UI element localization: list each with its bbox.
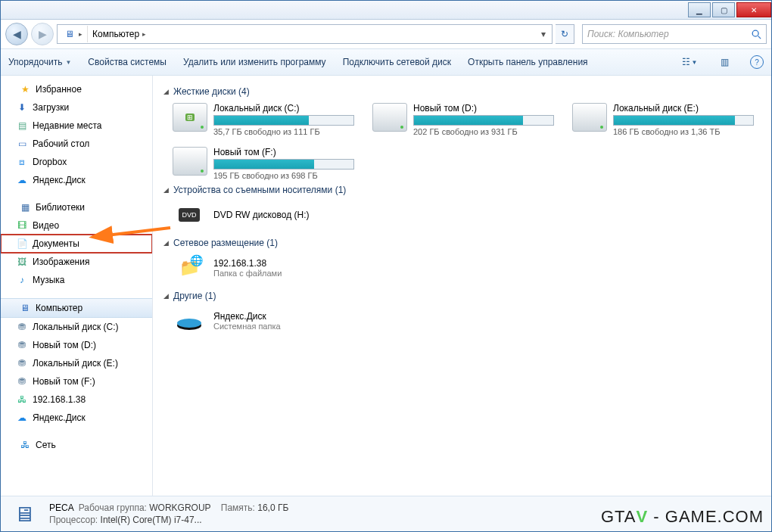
- sidebar-item-downloads[interactable]: ⬇Загрузки: [1, 98, 152, 117]
- drive-name: Новый том (F:): [213, 147, 354, 157]
- sidebar-item-recent[interactable]: ▤Недавние места: [1, 117, 152, 135]
- netloc-sub: Папка с файлами: [213, 269, 282, 278]
- cloud-icon: ☁: [16, 174, 28, 186]
- category-hdd[interactable]: ◢Жесткие диски (4): [163, 86, 761, 97]
- net-location[interactable]: 📁🌐 192.168.1.38Папка с файлами: [173, 254, 761, 282]
- drive-stat: 186 ГБ свободно из 1,36 ТБ: [613, 127, 754, 136]
- drive-e[interactable]: Локальный диск (E:)186 ГБ свободно из 1,…: [572, 103, 754, 136]
- sidebar-item-documents[interactable]: 📄Документы: [1, 235, 152, 253]
- nav-row: ◀ ▶ 🖥▸ Компьютер ▸ ▾ ↻ Поиск: Компьютер: [1, 20, 771, 49]
- uninstall-button[interactable]: Удалить или изменить программу: [183, 57, 326, 67]
- body: ★Избранное ⬇Загрузки ▤Недавние места ▭Ра…: [1, 76, 771, 496]
- netfolder-icon: 📁🌐: [173, 254, 206, 282]
- address-root[interactable]: 🖥▸: [59, 26, 87, 42]
- titlebar: ▁ ▢ ✕: [1, 1, 771, 20]
- libraries-header[interactable]: ▦Библиотеки: [1, 198, 152, 216]
- drive-bar: [413, 115, 554, 126]
- address-drop-icon[interactable]: ▾: [537, 29, 550, 39]
- watermark: GTAV - GAME.COM: [601, 507, 764, 527]
- drive-name: Локальный диск (C:): [213, 103, 354, 114]
- hdd-list: ⊞ Локальный диск (C:)35,7 ГБ свободно из…: [173, 103, 761, 180]
- forward-button[interactable]: ▶: [31, 23, 54, 45]
- back-button[interactable]: ◀: [5, 23, 28, 45]
- sidebar-item-c[interactable]: ⛃Локальный диск (C:): [1, 318, 152, 336]
- search-icon: [751, 29, 761, 39]
- category-removable[interactable]: ◢Устройства со съемными носителями (1): [163, 185, 761, 195]
- category-other[interactable]: ◢Другие (1): [163, 291, 761, 301]
- star-icon: ★: [19, 83, 31, 95]
- desktop-icon: ▭: [16, 138, 28, 150]
- drive-icon: [173, 147, 207, 176]
- status-icon: 🖥: [10, 502, 39, 526]
- network-icon: 🖧: [19, 439, 31, 451]
- drive-c[interactable]: ⊞ Локальный диск (C:)35,7 ГБ свободно из…: [173, 103, 354, 136]
- cpu: Intel(R) Core(TM) i7-47...: [101, 515, 202, 525]
- cpu-label: Процессор:: [49, 515, 98, 525]
- sidebar-item-e[interactable]: ⛃Локальный диск (E:): [1, 354, 152, 372]
- address-segment-0[interactable]: Компьютер ▸: [87, 26, 151, 42]
- drive-bar: [213, 159, 354, 170]
- search-input[interactable]: Поиск: Компьютер: [582, 24, 767, 44]
- address-segment-label: Компьютер: [92, 29, 139, 39]
- document-icon: 📄: [16, 238, 28, 250]
- workgroup-label: Рабочая группа:: [79, 502, 147, 513]
- cloud-icon: ☁: [16, 412, 28, 424]
- favorites-header[interactable]: ★Избранное: [1, 80, 152, 98]
- window: ▁ ▢ ✕ ◀ ▶ 🖥▸ Компьютер ▸ ▾ ↻ Поиск: Комп…: [0, 0, 772, 532]
- minimize-button[interactable]: ▁: [688, 2, 711, 17]
- map-drive-button[interactable]: Подключить сетевой диск: [343, 57, 451, 67]
- drive-f[interactable]: Новый том (F:)195 ГБ свободно из 698 ГБ: [173, 147, 354, 180]
- toolbar: Упорядочить▼ Свойства системы Удалить ил…: [1, 49, 771, 76]
- drive-bar: [613, 115, 754, 126]
- video-icon: 🎞: [16, 219, 28, 232]
- computer-name: PECA: [49, 502, 73, 513]
- sidebar-item-music[interactable]: ♪Музыка: [1, 271, 152, 289]
- favorites-group: ★Избранное ⬇Загрузки ▤Недавние места ▭Ра…: [1, 80, 152, 189]
- close-button[interactable]: ✕: [736, 2, 771, 17]
- preview-pane-icon[interactable]: ▥: [715, 53, 733, 71]
- netloc-name: 192.168.1.38: [213, 258, 282, 269]
- search-placeholder: Поиск: Компьютер: [587, 29, 669, 39]
- sidebar-item-dropbox[interactable]: ⧈Dropbox: [1, 153, 152, 171]
- organize-button[interactable]: Упорядочить▼: [8, 57, 71, 67]
- recent-icon: ▤: [16, 120, 28, 132]
- refresh-button[interactable]: ↻: [556, 24, 574, 44]
- sidebar-item-images[interactable]: 🖼Изображения: [1, 253, 152, 271]
- computer-icon: 🖥: [64, 28, 76, 40]
- network-header[interactable]: 🖧Сеть: [1, 436, 152, 454]
- address-bar[interactable]: 🖥▸ Компьютер ▸ ▾: [57, 24, 553, 44]
- svg-point-3: [177, 319, 201, 328]
- category-netloc[interactable]: ◢Сетевое размещение (1): [163, 238, 761, 248]
- svg-point-0: [752, 30, 758, 36]
- drive-icon: ⛃: [16, 321, 28, 333]
- svg-line-1: [758, 36, 761, 39]
- help-icon[interactable]: ?: [750, 55, 764, 69]
- drive-d[interactable]: Новый том (D:)202 ГБ свободно из 931 ГБ: [372, 103, 554, 136]
- sidebar-item-yandex2[interactable]: ☁Яндекс.Диск: [1, 409, 152, 427]
- image-icon: 🖼: [16, 256, 28, 268]
- view-menu-icon[interactable]: ☷▼: [680, 53, 699, 71]
- sidebar-item-video[interactable]: 🎞Видео: [1, 216, 152, 235]
- computer-header[interactable]: 🖥Компьютер: [1, 298, 152, 318]
- sidebar-item-d[interactable]: ⛃Новый том (D:): [1, 336, 152, 354]
- drive-icon: [572, 103, 607, 132]
- maximize-button[interactable]: ▢: [712, 2, 735, 17]
- workgroup: WORKGROUP: [149, 502, 210, 513]
- libraries-icon: ▦: [19, 201, 31, 213]
- music-icon: ♪: [16, 274, 28, 286]
- control-panel-button[interactable]: Открыть панель управления: [468, 57, 588, 67]
- other-yandex[interactable]: Яндекс.ДискСистемная папка: [173, 307, 761, 334]
- sidebar-item-net[interactable]: 🖧192.168.1.38: [1, 390, 152, 409]
- drive-stat: 202 ГБ свободно из 931 ГБ: [413, 127, 554, 136]
- other-name: Яндекс.Диск: [213, 311, 281, 322]
- dvd-drive[interactable]: DVD DVD RW дисковод (H:): [173, 201, 761, 229]
- drive-name: Локальный диск (E:): [613, 103, 754, 114]
- sidebar-item-desktop[interactable]: ▭Рабочий стол: [1, 135, 152, 153]
- netdrive-icon: 🖧: [16, 394, 28, 406]
- drive-name: Новый том (D:): [413, 103, 554, 114]
- sidebar-item-yandex[interactable]: ☁Яндекс.Диск: [1, 171, 152, 189]
- removable-name: DVD RW дисковод (H:): [213, 210, 310, 220]
- dvd-icon: DVD: [173, 201, 206, 229]
- system-props-button[interactable]: Свойства системы: [88, 57, 167, 67]
- sidebar-item-f[interactable]: ⛃Новый том (F:): [1, 372, 152, 390]
